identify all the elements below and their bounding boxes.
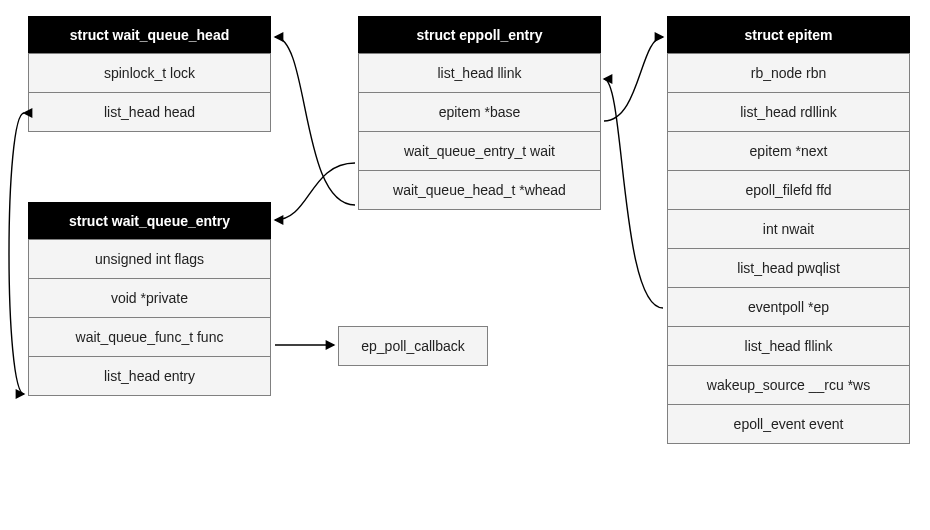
struct-epitem: struct epitem rb_node rbn list_head rdll… bbox=[667, 16, 910, 444]
struct-field: epitem *base bbox=[358, 92, 601, 132]
struct-field: spinlock_t lock bbox=[28, 53, 271, 93]
callback-label: ep_poll_callback bbox=[361, 338, 465, 354]
struct-field: epitem *next bbox=[667, 131, 910, 171]
struct-field: wakeup_source __rcu *ws bbox=[667, 365, 910, 405]
struct-field: eventpoll *ep bbox=[667, 287, 910, 327]
struct-wait-queue-head: struct wait_queue_head spinlock_t lock l… bbox=[28, 16, 271, 132]
struct-header: struct wait_queue_head bbox=[28, 16, 271, 54]
struct-field: list_head pwqlist bbox=[667, 248, 910, 288]
struct-field: list_head entry bbox=[28, 356, 271, 396]
struct-field: void *private bbox=[28, 278, 271, 318]
struct-field: list_head llink bbox=[358, 53, 601, 93]
struct-field: unsigned int flags bbox=[28, 239, 271, 279]
struct-field: list_head fllink bbox=[667, 326, 910, 366]
struct-header: struct eppoll_entry bbox=[358, 16, 601, 54]
struct-wait-queue-entry: struct wait_queue_entry unsigned int fla… bbox=[28, 202, 271, 396]
struct-field: epoll_filefd ffd bbox=[667, 170, 910, 210]
struct-field: epoll_event event bbox=[667, 404, 910, 444]
struct-field: wait_queue_func_t func bbox=[28, 317, 271, 357]
struct-field: list_head rdllink bbox=[667, 92, 910, 132]
struct-field: rb_node rbn bbox=[667, 53, 910, 93]
callback-box: ep_poll_callback bbox=[338, 326, 488, 366]
struct-eppoll-entry: struct eppoll_entry list_head llink epit… bbox=[358, 16, 601, 210]
struct-field: list_head head bbox=[28, 92, 271, 132]
struct-header: struct epitem bbox=[667, 16, 910, 54]
struct-field: int nwait bbox=[667, 209, 910, 249]
struct-field: wait_queue_entry_t wait bbox=[358, 131, 601, 171]
struct-field: wait_queue_head_t *whead bbox=[358, 170, 601, 210]
struct-header: struct wait_queue_entry bbox=[28, 202, 271, 240]
